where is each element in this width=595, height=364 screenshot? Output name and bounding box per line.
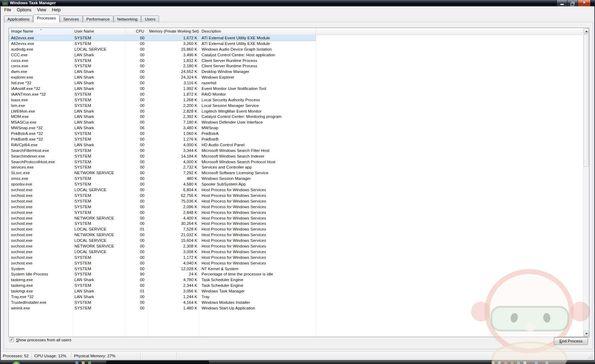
tray-icon[interactable] xyxy=(492,362,494,364)
table-row[interactable]: taskeng.exeLAN Shark004,780 KTask Schedu… xyxy=(9,277,583,283)
table-row[interactable]: RAVCpl64.exeLAN Shark004,000 KHD Audio C… xyxy=(9,142,583,148)
process-list: Image Name User Name CPU Memory (Private… xyxy=(8,28,589,337)
cell-description: Tray xyxy=(199,294,316,300)
restore-button[interactable] xyxy=(567,0,578,6)
tray-icon[interactable] xyxy=(535,362,538,364)
table-row[interactable]: svchost.exeLOCAL SERVICE003,008 KHost Pr… xyxy=(9,249,583,255)
table-row[interactable]: lsm.exeSYSTEM002,200 KLocal Session Mana… xyxy=(9,103,583,109)
table-row[interactable]: MSASCui.exeLAN Shark007,180 KWindows Def… xyxy=(9,120,583,125)
table-row[interactable]: SLsvc.exeNETWORK SERVICE007,292 KMicroso… xyxy=(9,170,583,176)
cell-description: Task Scheduler Engine xyxy=(199,277,316,283)
tray-icon[interactable] xyxy=(523,362,526,364)
cell-user-name: SYSTEM xyxy=(73,272,125,277)
table-row[interactable]: wininit.exeSYSTEM001,480 KWindows Start-… xyxy=(9,306,583,311)
table-row[interactable]: svchost.exeSYSTEM002,848 KHost Process f… xyxy=(9,210,583,216)
cell-memory: 1,672 K xyxy=(148,35,199,41)
table-row[interactable]: csrss.exeSYSTEM001,832 KClient Server Ru… xyxy=(9,58,583,64)
table-row[interactable]: explorer.exeLAN Shark0024,324 KWindows E… xyxy=(9,75,583,80)
table-row[interactable]: spoolsv.exeSYSTEM004,580 KSpooler SubSys… xyxy=(9,182,583,187)
titlebar[interactable]: Windows Task Manager ✕ xyxy=(0,0,595,6)
table-row[interactable]: svchost.exeSYSTEM0075,036 KHost Process … xyxy=(9,199,583,204)
table-row[interactable]: SearchIndexer.exeSYSTEM0014,184 KMicroso… xyxy=(9,154,583,159)
cell-cpu: 00 xyxy=(125,97,148,103)
table-row[interactable]: LWEMon.exeLAN Shark002,828 KLogitech Win… xyxy=(9,109,583,114)
table-row[interactable]: svchost.exeLOCAL SERVICE0015,604 KHost P… xyxy=(9,238,583,244)
table-row[interactable]: Ati2evxx.exeSYSTEM003,260 KATI External … xyxy=(9,41,583,47)
cell-user-name: SYSTEM xyxy=(73,41,125,47)
column-header-cpu[interactable]: CPU xyxy=(125,28,148,35)
table-row[interactable]: smss.exeSYSTEM00480 KWindows Session Man… xyxy=(9,176,583,182)
table-row[interactable]: TrustedInstaller.exeSYSTEM004,164 KWindo… xyxy=(9,300,583,306)
menu-view[interactable]: View xyxy=(34,7,49,13)
quick-launch-icon[interactable] xyxy=(75,362,78,364)
table-row[interactable]: svchost.exeSYSTEM0030,264 KHost Process … xyxy=(9,221,583,227)
vertical-scrollbar[interactable] xyxy=(583,28,589,337)
table-row[interactable]: audiodg.exeLOCAL SERVICE0015,860 KWindow… xyxy=(9,47,583,52)
cell-image-name: svchost.exe xyxy=(9,261,73,266)
column-header-memory[interactable]: Memory (Private Working Set) xyxy=(148,28,199,35)
close-button[interactable]: ✕ xyxy=(578,0,590,6)
tray-icon[interactable] xyxy=(545,362,548,364)
tray-icon[interactable] xyxy=(504,362,507,364)
table-row[interactable]: PnkBstrA.exe *32SYSTEM001,060 KPnkBstrA xyxy=(9,131,583,137)
table-row[interactable]: IAAnotif.exe *32LAN Shark001,992 KEvent … xyxy=(9,86,583,92)
table-row[interactable]: svchost.exeLOCAL SERVICE017,528 KHost Pr… xyxy=(9,227,583,232)
scroll-down-button[interactable] xyxy=(584,331,589,336)
active-task-button[interactable] xyxy=(106,361,209,364)
tab-performance[interactable]: Performance xyxy=(83,16,113,22)
table-row[interactable]: services.exeSYSTEM002,732 KServices and … xyxy=(9,165,583,170)
scrollbar-thumb[interactable] xyxy=(584,34,589,167)
tray-icon[interactable] xyxy=(517,362,520,364)
table-row[interactable]: lsass.exeSYSTEM001,268 KLocal Security A… xyxy=(9,97,583,103)
table-row[interactable]: svchost.exeNETWORK SERVICE002,308 KHost … xyxy=(9,244,583,249)
table-row[interactable]: MWSnap.exe *32LAN Shark063,480 KMWSnap xyxy=(9,125,583,131)
table-row[interactable]: taskmgr.exeLAN Shark013,056 KWindows Tas… xyxy=(9,289,583,294)
table-row[interactable]: Tray.exe *32LAN Shark001,244 KTray xyxy=(9,294,583,300)
resize-grip[interactable] xyxy=(588,354,593,359)
menu-options[interactable]: Options xyxy=(14,7,34,13)
tab-applications[interactable]: Applications xyxy=(4,16,33,22)
table-row[interactable]: SystemSYSTEM0012,028 KNT Kernel & System xyxy=(9,266,583,272)
table-row[interactable]: svchost.exeNETWORK SERVICE0021,032 KHost… xyxy=(9,232,583,238)
table-row[interactable]: MOM.exeLAN Shark002,392 KCatalyst Contro… xyxy=(9,114,583,120)
tab-networking[interactable]: Networking xyxy=(114,16,141,22)
table-row[interactable]: svchost.exeSYSTEM0062,756 KHost Process … xyxy=(9,193,583,199)
table-row[interactable]: System Idle ProcessSYSTEM9024 KPercentag… xyxy=(9,272,583,277)
tray-icon[interactable] xyxy=(498,362,501,364)
table-row[interactable]: dwm.exeLAN Shark0024,552 KDesktop Window… xyxy=(9,69,583,75)
tab-users[interactable]: Users xyxy=(141,16,159,22)
table-row[interactable]: hid.exe *32LAN Shark003,116 Krazerhid xyxy=(9,80,583,86)
table-row[interactable]: PnkBstrB.exe *32SYSTEM001,276 KPnkBstrB xyxy=(9,137,583,142)
column-header-image-name[interactable]: Image Name xyxy=(9,28,73,35)
cell-memory: 15,860 K xyxy=(148,47,199,52)
table-row[interactable]: IAANTmon.exe *32SYSTEM001,872 KRAID Moni… xyxy=(9,92,583,97)
table-row[interactable]: svchost.exeSYSTEM001,172 KHost Process f… xyxy=(9,255,583,261)
cell-memory: 1,172 K xyxy=(148,255,199,261)
cell-description: Host Process for Windows Services xyxy=(199,193,316,199)
table-row[interactable]: csrss.exeSYSTEM002,180 KClient Server Ru… xyxy=(9,63,583,69)
tab-services[interactable]: Services xyxy=(60,16,83,22)
menu-file[interactable]: File xyxy=(1,7,14,13)
show-all-users-checkbox[interactable]: ✓ xyxy=(9,337,14,342)
table-row[interactable]: svchost.exeNETWORK SERVICE004,400 KHost … xyxy=(9,216,583,221)
start-orb-icon[interactable] xyxy=(12,361,21,364)
tray-icon[interactable] xyxy=(511,362,514,364)
table-row[interactable]: SearchFilterHost.exeSYSTEM003,344 KMicro… xyxy=(9,148,583,154)
table-row[interactable]: taskeng.exeSYSTEM002,344 KTask Scheduler… xyxy=(9,283,583,289)
scroll-up-button[interactable] xyxy=(584,28,589,34)
table-row[interactable]: CCC.exeLAN Shark003,496 KCatalyst Contro… xyxy=(9,52,583,58)
quick-launch-icon[interactable] xyxy=(88,362,91,364)
minimize-button[interactable] xyxy=(557,0,567,6)
menu-help[interactable]: Help xyxy=(49,7,64,13)
column-header-description[interactable]: Description xyxy=(199,28,316,35)
table-row[interactable]: Ati2evxx.exeSYSTEM001,672 KATI External … xyxy=(9,35,316,41)
table-row[interactable]: SearchProtocolHost.exeSYSTEM004,000 KMic… xyxy=(9,159,583,165)
cell-memory: 2,732 K xyxy=(148,165,199,170)
table-row[interactable]: svchost.exeSYSTEM004,040 KHost Process f… xyxy=(9,261,583,266)
quick-launch-icon[interactable] xyxy=(82,362,85,364)
column-header-user-name[interactable]: User Name xyxy=(73,28,125,35)
tab-processes[interactable]: Processes xyxy=(33,15,60,22)
end-process-button[interactable]: End Process xyxy=(554,337,588,345)
table-row[interactable]: svchost.exeSYSTEM002,096 KHost Process f… xyxy=(9,204,583,210)
table-row[interactable]: svchost.exeLOCAL SERVICE006,804 KHost Pr… xyxy=(9,187,583,193)
